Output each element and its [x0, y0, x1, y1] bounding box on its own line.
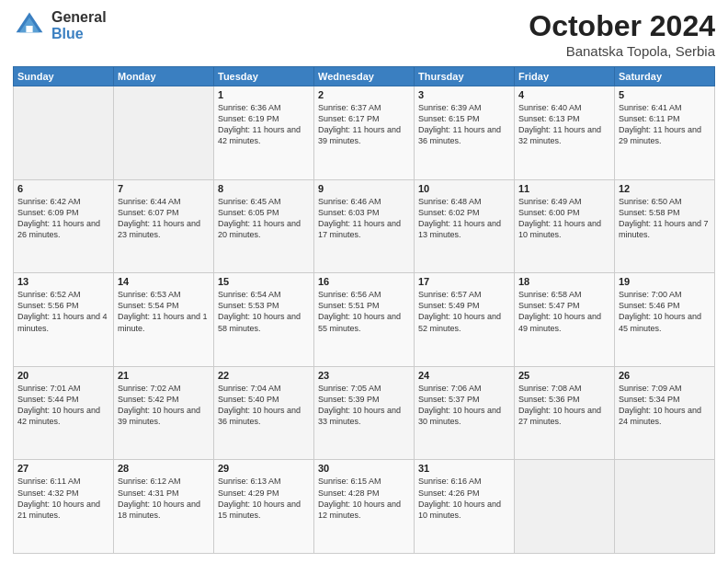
day-number: 13: [17, 276, 109, 287]
calendar-cell: 29Sunrise: 6:13 AMSunset: 4:29 PMDayligh…: [214, 460, 314, 554]
day-number: 16: [318, 276, 410, 287]
weekday-header-friday: Friday: [515, 67, 615, 86]
weekday-header-wednesday: Wednesday: [314, 67, 415, 86]
header: General Blue October 2024 Banatska Topol…: [13, 9, 715, 59]
calendar-cell: 15Sunrise: 6:54 AMSunset: 5:53 PMDayligh…: [214, 273, 314, 367]
day-number: 28: [118, 463, 210, 474]
calendar-cell: 23Sunrise: 7:05 AMSunset: 5:39 PMDayligh…: [314, 366, 415, 460]
day-info: Sunrise: 7:01 AMSunset: 5:44 PMDaylight:…: [17, 383, 109, 428]
weekday-header-sunday: Sunday: [14, 67, 114, 86]
week-row-3: 13Sunrise: 6:52 AMSunset: 5:56 PMDayligh…: [14, 273, 715, 367]
day-number: 20: [17, 370, 109, 381]
calendar-cell: 3Sunrise: 6:39 AMSunset: 6:15 PMDaylight…: [415, 86, 515, 180]
calendar-cell: 4Sunrise: 6:40 AMSunset: 6:13 PMDaylight…: [515, 86, 615, 180]
week-row-1: 1Sunrise: 6:36 AMSunset: 6:19 PMDaylight…: [14, 86, 715, 180]
day-number: 5: [619, 89, 711, 100]
logo-general-text: General: [51, 9, 107, 26]
calendar-cell: 14Sunrise: 6:53 AMSunset: 5:54 PMDayligh…: [114, 273, 214, 367]
calendar-cell: 21Sunrise: 7:02 AMSunset: 5:42 PMDayligh…: [114, 366, 214, 460]
day-info: Sunrise: 6:54 AMSunset: 5:53 PMDaylight:…: [218, 289, 310, 334]
weekday-header-thursday: Thursday: [415, 67, 515, 86]
day-info: Sunrise: 7:02 AMSunset: 5:42 PMDaylight:…: [118, 383, 210, 428]
calendar-cell: 24Sunrise: 7:06 AMSunset: 5:37 PMDayligh…: [415, 366, 515, 460]
day-info: Sunrise: 6:41 AMSunset: 6:11 PMDaylight:…: [619, 102, 711, 147]
day-number: 24: [418, 370, 510, 381]
day-info: Sunrise: 7:05 AMSunset: 5:39 PMDaylight:…: [318, 383, 410, 428]
logo-text: General Blue: [51, 9, 107, 41]
calendar-cell: [615, 460, 715, 554]
day-number: 31: [418, 463, 510, 474]
calendar-cell: 11Sunrise: 6:49 AMSunset: 6:00 PMDayligh…: [515, 179, 615, 273]
day-number: 23: [318, 370, 410, 381]
calendar-cell: 17Sunrise: 6:57 AMSunset: 5:49 PMDayligh…: [415, 273, 515, 367]
day-number: 15: [218, 276, 310, 287]
day-number: 27: [17, 463, 109, 474]
calendar-cell: 27Sunrise: 6:11 AMSunset: 4:32 PMDayligh…: [14, 460, 114, 554]
day-info: Sunrise: 7:09 AMSunset: 5:34 PMDaylight:…: [619, 383, 711, 428]
calendar-cell: 2Sunrise: 6:37 AMSunset: 6:17 PMDaylight…: [314, 86, 415, 180]
calendar-cell: 28Sunrise: 6:12 AMSunset: 4:31 PMDayligh…: [114, 460, 214, 554]
day-info: Sunrise: 6:58 AMSunset: 5:47 PMDaylight:…: [518, 289, 610, 334]
day-info: Sunrise: 6:45 AMSunset: 6:05 PMDaylight:…: [218, 196, 310, 241]
day-info: Sunrise: 6:37 AMSunset: 6:17 PMDaylight:…: [318, 102, 410, 147]
day-number: 21: [118, 370, 210, 381]
day-number: 29: [218, 463, 310, 474]
calendar-cell: 25Sunrise: 7:08 AMSunset: 5:36 PMDayligh…: [515, 366, 615, 460]
day-number: 4: [518, 89, 610, 100]
calendar-cell: [114, 86, 214, 180]
calendar-cell: 20Sunrise: 7:01 AMSunset: 5:44 PMDayligh…: [14, 366, 114, 460]
weekday-header-monday: Monday: [114, 67, 214, 86]
day-info: Sunrise: 7:08 AMSunset: 5:36 PMDaylight:…: [518, 383, 610, 428]
calendar-cell: 10Sunrise: 6:48 AMSunset: 6:02 PMDayligh…: [415, 179, 515, 273]
day-number: 30: [318, 463, 410, 474]
day-info: Sunrise: 7:06 AMSunset: 5:37 PMDaylight:…: [418, 383, 510, 428]
calendar-cell: 26Sunrise: 7:09 AMSunset: 5:34 PMDayligh…: [615, 366, 715, 460]
weekday-header-saturday: Saturday: [615, 67, 715, 86]
calendar-cell: 9Sunrise: 6:46 AMSunset: 6:03 PMDaylight…: [314, 179, 415, 273]
day-number: 22: [218, 370, 310, 381]
day-info: Sunrise: 6:48 AMSunset: 6:02 PMDaylight:…: [418, 196, 510, 241]
calendar-cell: [515, 460, 615, 554]
calendar-location: Banatska Topola, Serbia: [529, 43, 715, 59]
calendar-cell: 22Sunrise: 7:04 AMSunset: 5:40 PMDayligh…: [214, 366, 314, 460]
calendar-cell: 18Sunrise: 6:58 AMSunset: 5:47 PMDayligh…: [515, 273, 615, 367]
calendar-cell: 5Sunrise: 6:41 AMSunset: 6:11 PMDaylight…: [615, 86, 715, 180]
day-number: 2: [318, 89, 410, 100]
day-info: Sunrise: 6:56 AMSunset: 5:51 PMDaylight:…: [318, 289, 410, 334]
svg-rect-2: [26, 26, 32, 32]
day-info: Sunrise: 6:57 AMSunset: 5:49 PMDaylight:…: [418, 289, 510, 334]
day-info: Sunrise: 6:40 AMSunset: 6:13 PMDaylight:…: [518, 102, 610, 147]
day-info: Sunrise: 6:15 AMSunset: 4:28 PMDaylight:…: [318, 476, 410, 521]
calendar-cell: 31Sunrise: 6:16 AMSunset: 4:26 PMDayligh…: [415, 460, 515, 554]
calendar-cell: [14, 86, 114, 180]
day-number: 6: [17, 183, 109, 194]
calendar-title: October 2024: [529, 9, 715, 43]
day-number: 14: [118, 276, 210, 287]
calendar-cell: 16Sunrise: 6:56 AMSunset: 5:51 PMDayligh…: [314, 273, 415, 367]
day-number: 9: [318, 183, 410, 194]
logo: General Blue: [13, 9, 107, 42]
day-number: 8: [218, 183, 310, 194]
calendar-cell: 1Sunrise: 6:36 AMSunset: 6:19 PMDaylight…: [214, 86, 314, 180]
day-number: 19: [619, 276, 711, 287]
day-info: Sunrise: 6:13 AMSunset: 4:29 PMDaylight:…: [218, 476, 310, 521]
week-row-4: 20Sunrise: 7:01 AMSunset: 5:44 PMDayligh…: [14, 366, 715, 460]
logo-blue-text: Blue: [51, 26, 107, 42]
day-number: 17: [418, 276, 510, 287]
day-info: Sunrise: 6:52 AMSunset: 5:56 PMDaylight:…: [17, 289, 109, 334]
day-number: 11: [518, 183, 610, 194]
day-info: Sunrise: 6:16 AMSunset: 4:26 PMDaylight:…: [418, 476, 510, 521]
day-info: Sunrise: 6:46 AMSunset: 6:03 PMDaylight:…: [318, 196, 410, 241]
day-info: Sunrise: 6:50 AMSunset: 5:58 PMDaylight:…: [619, 196, 711, 241]
calendar-table: SundayMondayTuesdayWednesdayThursdayFrid…: [13, 66, 715, 554]
day-number: 26: [619, 370, 711, 381]
day-info: Sunrise: 6:12 AMSunset: 4:31 PMDaylight:…: [118, 476, 210, 521]
day-number: 7: [118, 183, 210, 194]
day-info: Sunrise: 6:39 AMSunset: 6:15 PMDaylight:…: [418, 102, 510, 147]
day-info: Sunrise: 6:44 AMSunset: 6:07 PMDaylight:…: [118, 196, 210, 241]
day-info: Sunrise: 7:00 AMSunset: 5:46 PMDaylight:…: [619, 289, 711, 334]
calendar-cell: 19Sunrise: 7:00 AMSunset: 5:46 PMDayligh…: [615, 273, 715, 367]
calendar-cell: 8Sunrise: 6:45 AMSunset: 6:05 PMDaylight…: [214, 179, 314, 273]
day-number: 18: [518, 276, 610, 287]
day-number: 1: [218, 89, 310, 100]
